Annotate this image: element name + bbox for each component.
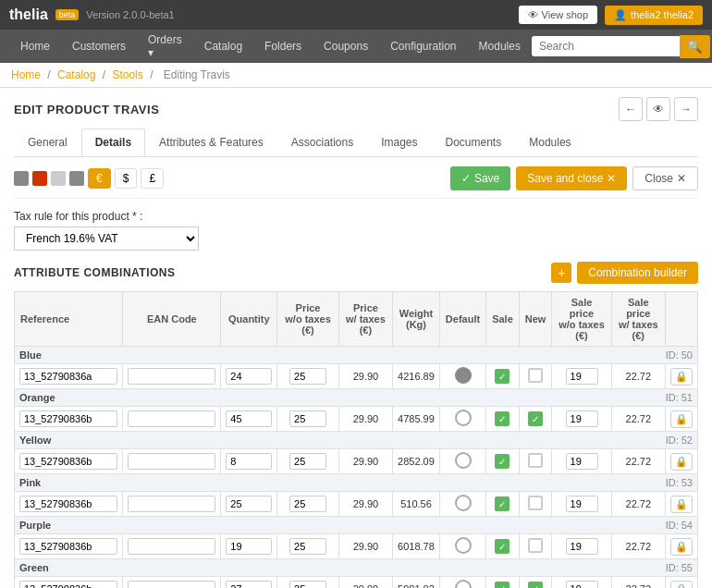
cell-new[interactable] [519,492,552,517]
tab-attributes-features[interactable]: Attributes & Features [145,129,277,156]
tab-details[interactable]: Details [81,129,145,156]
sale-price-wo-input[interactable] [566,410,598,427]
cell-lock[interactable]: 🔒 [665,364,697,389]
cell-lock[interactable]: 🔒 [665,534,697,559]
nav-home[interactable]: Home [9,32,61,60]
currency-gbp-button[interactable]: £ [141,168,164,189]
sale-price-wo-input[interactable] [566,453,598,470]
save-close-button[interactable]: Save and close ✕ [516,166,627,190]
cell-lock[interactable]: 🔒 [665,449,697,474]
user-menu-button[interactable]: 👤 thelia2 thelia2 [605,6,703,25]
cell-new[interactable]: ✓ [519,577,552,589]
tab-documents[interactable]: Documents [432,129,516,156]
ean-input[interactable] [128,368,215,385]
lock-button[interactable]: 🔒 [670,538,693,556]
cell-sale[interactable]: ✓ [486,492,520,517]
cell-sale[interactable]: ✓ [486,534,520,559]
cell-default[interactable] [439,407,485,432]
ean-input[interactable] [128,410,215,427]
price-wo-input[interactable] [289,581,326,588]
cell-lock[interactable]: 🔒 [665,492,697,517]
reference-input[interactable] [19,496,117,512]
nav-configuration[interactable]: Configuration [379,32,467,60]
sale-checkbox-checked[interactable]: ✓ [495,496,509,511]
sale-checkbox-checked[interactable]: ✓ [495,411,509,426]
sale-checkbox-checked[interactable]: ✓ [495,539,509,554]
sale-price-wo-input[interactable] [566,538,598,555]
cell-default[interactable] [439,492,485,517]
currency-eur-button[interactable]: € [88,168,111,189]
cell-new[interactable] [519,449,552,474]
cell-new[interactable]: ✓ [519,407,552,432]
lock-button[interactable]: 🔒 [670,581,693,589]
reference-input[interactable] [19,538,117,555]
cell-new[interactable] [519,364,552,389]
cell-lock[interactable]: 🔒 [665,577,697,589]
breadcrumb-home[interactable]: Home [11,68,41,81]
new-checkbox[interactable] [528,538,543,553]
save-button[interactable]: ✓ Save [450,166,510,190]
default-radio[interactable] [455,410,472,426]
new-checkbox[interactable] [528,453,543,468]
sale-checkbox-checked[interactable]: ✓ [495,582,509,588]
combination-builder-button[interactable]: Combination builder [577,262,698,284]
default-radio[interactable] [455,452,472,469]
price-wo-input[interactable] [289,538,326,555]
reference-input[interactable] [19,453,117,470]
cell-sale[interactable]: ✓ [486,407,520,432]
quantity-input[interactable] [226,538,272,555]
quantity-input[interactable] [226,368,272,385]
lock-button[interactable]: 🔒 [670,453,693,471]
tab-modules[interactable]: Modules [515,129,584,156]
ean-input[interactable] [128,538,215,555]
search-input[interactable] [532,36,680,56]
reference-input[interactable] [19,581,117,588]
tab-images[interactable]: Images [367,129,431,156]
search-button[interactable]: 🔍 [680,35,710,58]
default-radio[interactable] [455,580,472,588]
price-wo-input[interactable] [289,453,326,470]
add-combination-button[interactable]: + [551,263,571,283]
cell-lock[interactable]: 🔒 [665,407,697,432]
ean-input[interactable] [128,496,215,512]
price-wo-input[interactable] [289,368,326,385]
price-wo-input[interactable] [289,410,326,427]
nav-modules[interactable]: Modules [468,32,532,60]
next-product-button[interactable]: → [674,97,698,121]
new-checkbox-checked[interactable]: ✓ [528,582,543,588]
cell-sale[interactable]: ✓ [486,449,520,474]
default-radio[interactable] [455,495,472,511]
new-checkbox[interactable] [528,368,543,383]
cell-new[interactable] [519,534,552,559]
sale-price-wo-input[interactable] [566,581,598,588]
tax-rule-select[interactable]: French 19.6% VAT [14,227,199,251]
lock-button[interactable]: 🔒 [670,368,693,386]
quantity-input[interactable] [226,581,272,588]
ean-input[interactable] [128,453,215,470]
quantity-input[interactable] [226,453,272,470]
nav-customers[interactable]: Customers [61,32,137,60]
quantity-input[interactable] [226,410,272,427]
cell-sale[interactable]: ✓ [486,577,520,589]
tab-general[interactable]: General [14,129,81,156]
default-radio[interactable] [455,537,472,554]
view-shop-button[interactable]: 👁 View shop [519,6,598,24]
nav-orders[interactable]: Orders ▾ [137,26,193,67]
default-radio-checked[interactable] [455,367,472,384]
close-button[interactable]: Close ✕ [632,166,698,190]
lock-button[interactable]: 🔒 [670,410,693,428]
reference-input[interactable] [19,410,117,427]
cell-default[interactable] [439,364,485,389]
tab-associations[interactable]: Associations [277,129,367,156]
cell-default[interactable] [439,534,485,559]
ean-input[interactable] [128,581,215,588]
sale-price-wo-input[interactable] [566,496,598,512]
sale-checkbox-checked[interactable]: ✓ [495,369,509,384]
breadcrumb-stools[interactable]: Stools [112,68,142,81]
view-product-button[interactable]: 👁 [646,97,670,121]
cell-sale[interactable]: ✓ [486,364,520,389]
breadcrumb-catalog[interactable]: Catalog [57,68,95,81]
sale-checkbox-checked[interactable]: ✓ [495,454,509,469]
cell-default[interactable] [439,449,485,474]
quantity-input[interactable] [226,496,272,512]
